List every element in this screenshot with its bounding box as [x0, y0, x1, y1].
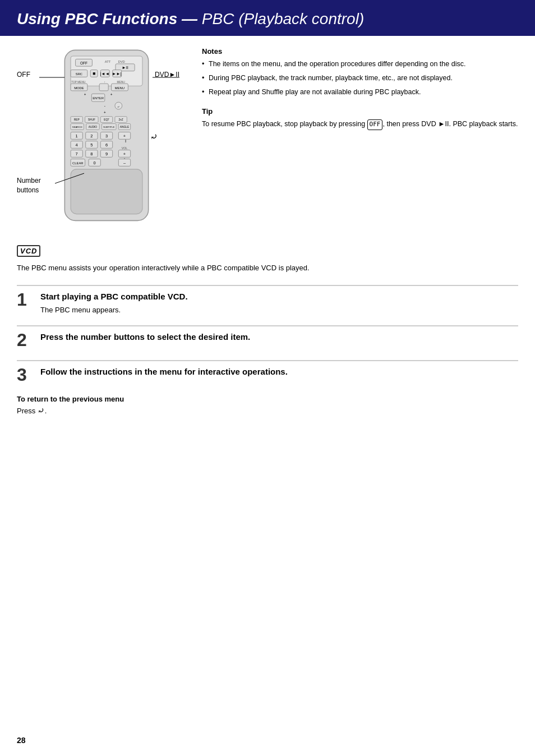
svg-text:6: 6 — [105, 142, 108, 147]
vcd-badge: VCD — [17, 245, 40, 257]
return-section: To return to the previous menu Press ⤾. — [17, 395, 518, 416]
return-title: To return to the previous menu — [17, 395, 518, 403]
svg-text:0: 0 — [94, 160, 96, 165]
svg-text:SHUF: SHUF — [88, 118, 95, 121]
title-separator: — — [177, 10, 202, 27]
svg-text:SEARCH: SEARCH — [72, 126, 82, 128]
note-item-3: Repeat play and Shuffle play are not ava… — [202, 87, 518, 98]
note-item-1: The items on the menu, and the operation… — [202, 59, 518, 70]
svg-text:3: 3 — [105, 133, 108, 139]
svg-text:MENU: MENU — [115, 86, 124, 90]
svg-text:-: - — [104, 104, 105, 108]
tip-text-before: To resume PBC playback, stop playback by… — [202, 120, 365, 128]
step-3: 3 Follow the instructions in the menu fo… — [17, 360, 518, 384]
number-buttons-label: Numberbuttons — [17, 176, 41, 195]
off-badge: OFF — [367, 119, 383, 130]
svg-text:+: + — [123, 151, 126, 156]
svg-rect-21 — [99, 84, 108, 91]
svg-text:SRC: SRC — [76, 72, 83, 76]
step-3-content: Follow the instructions in the menu for … — [40, 366, 518, 381]
svg-text:7: 7 — [76, 151, 78, 156]
svg-text:4: 4 — [76, 142, 78, 147]
tip-text-after: , then press DVD ►II. PBC playback start… — [382, 120, 518, 128]
notes-section: Notes The items on the menu, and the ope… — [202, 47, 518, 228]
notes-list: The items on the menu, and the operation… — [202, 59, 518, 97]
svg-text:2xZ: 2xZ — [119, 118, 123, 121]
step-1-title: Start playing a PBC compatible VCD. — [40, 291, 518, 302]
svg-text:■: ■ — [93, 71, 95, 76]
svg-text:AUDIO: AUDIO — [89, 126, 97, 128]
svg-text:►►|: ►►| — [112, 71, 122, 76]
svg-text:MENU: MENU — [117, 81, 126, 84]
svg-text:+: + — [110, 93, 113, 96]
svg-text:DVD: DVD — [118, 60, 124, 63]
svg-text:|◄◄: |◄◄ — [100, 71, 109, 76]
svg-text:I: I — [125, 139, 126, 144]
notes-title: Notes — [202, 47, 518, 56]
svg-text:9: 9 — [105, 151, 108, 156]
step-1-content: Start playing a PBC compatible VCD. The … — [40, 291, 518, 314]
svg-text:ENTER: ENTER — [93, 96, 104, 100]
step-1-description: The PBC menu appears. — [40, 306, 518, 314]
svg-text:SUBTITLE: SUBTITLE — [103, 126, 114, 128]
main-content: OFF ATT DVD ►II SRC ■ — [0, 47, 535, 416]
svg-text:VOL: VOL — [122, 146, 128, 150]
page-number: 28 — [17, 736, 26, 745]
svg-text:ATT: ATT — [105, 60, 111, 63]
step-2-content: Press the number buttons to select the d… — [40, 331, 518, 346]
dvd-play-label: DVD►II — [155, 71, 179, 79]
steps-section: 1 Start playing a PBC compatible VCD. Th… — [17, 285, 518, 384]
tip-title: Tip — [202, 107, 518, 116]
step-3-title: Follow the instructions in the menu for … — [40, 366, 518, 377]
svg-text:EQ7: EQ7 — [104, 118, 109, 121]
top-section: OFF ATT DVD ►II SRC ■ — [17, 47, 518, 228]
svg-text:TOP MENU: TOP MENU — [71, 81, 86, 84]
step-2: 2 Press the number buttons to select the… — [17, 325, 518, 349]
vcd-description: The PBC menu assists your operation inte… — [17, 262, 518, 274]
remote-diagram: OFF ATT DVD ►II SRC ■ — [17, 47, 185, 228]
svg-text:►II: ►II — [122, 65, 128, 70]
svg-text:MODE: MODE — [74, 86, 84, 90]
step-2-title: Press the number buttons to select the d… — [40, 331, 518, 343]
tip-text: To resume PBC playback, stop playback by… — [202, 119, 518, 130]
step-2-number: 2 — [17, 331, 33, 349]
page-wrapper: Using PBC Functions — PBC (Playback cont… — [0, 0, 535, 756]
page-title: Using PBC Functions — PBC (Playback cont… — [17, 10, 518, 28]
title-light: PBC (Playback control) — [202, 10, 364, 27]
svg-text:8: 8 — [90, 151, 93, 156]
svg-text:CLEAR: CLEAR — [72, 162, 84, 165]
svg-text:1: 1 — [76, 133, 78, 139]
svg-text:+: + — [84, 93, 86, 96]
svg-text:↑: ↑ — [104, 81, 105, 84]
svg-text:ANGLE: ANGLE — [120, 126, 129, 128]
off-label: OFF — [17, 71, 30, 79]
title-bold: Using PBC Functions — [17, 10, 177, 27]
svg-text:+: + — [104, 110, 106, 114]
step-1: 1 Start playing a PBC compatible VCD. Th… — [17, 285, 518, 314]
return-icon: ⤾ — [38, 405, 45, 415]
return-text-press: Press — [17, 407, 38, 415]
svg-text:⤾: ⤾ — [117, 105, 119, 108]
svg-rect-79 — [71, 169, 142, 214]
svg-text:OFF: OFF — [80, 61, 87, 65]
note-item-2: During PBC playback, the track number, p… — [202, 73, 518, 84]
return-text-period: . — [45, 407, 47, 415]
remote-svg: OFF ATT DVD ►II SRC ■ — [45, 47, 168, 227]
svg-text:5: 5 — [90, 142, 93, 147]
step-3-number: 3 — [17, 366, 33, 384]
return-text: Press ⤾. — [17, 405, 518, 416]
svg-text:2: 2 — [90, 133, 93, 139]
page-header: Using PBC Functions — PBC (Playback cont… — [0, 0, 535, 36]
svg-text:REP: REP — [74, 118, 80, 121]
step-1-number: 1 — [17, 291, 33, 308]
